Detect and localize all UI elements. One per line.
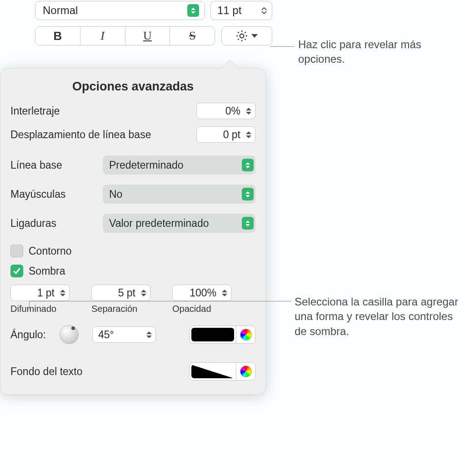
shadow-offset-label: Separación <box>91 304 137 314</box>
svg-line-8 <box>245 32 246 33</box>
stepper-icon <box>139 290 148 296</box>
updown-icon <box>242 217 254 230</box>
font-size-value: 11 pt <box>217 4 241 17</box>
ligatures-value: Valor predeterminado <box>109 217 209 230</box>
color-picker-button[interactable] <box>236 363 255 380</box>
svg-line-6 <box>245 39 246 40</box>
angle-knob[interactable] <box>60 325 79 344</box>
tracking-stepper[interactable]: 0% <box>196 103 255 119</box>
font-size-stepper[interactable]: 11 pt <box>210 1 272 20</box>
svg-point-0 <box>240 34 244 38</box>
stepper-icon <box>259 3 269 18</box>
ligatures-label: Ligaduras <box>10 217 56 230</box>
gear-icon <box>236 30 248 42</box>
color-swatch <box>191 365 234 378</box>
text-bg-color-well[interactable] <box>189 362 255 381</box>
updown-icon <box>187 4 199 17</box>
baseline-value: Predeterminado <box>109 159 184 171</box>
outline-label: Contorno <box>29 245 72 257</box>
shadow-offset-stepper[interactable]: 5 pt <box>91 285 150 301</box>
stepper-icon <box>145 331 154 338</box>
color-wheel-icon <box>240 329 252 341</box>
angle-stepper[interactable]: 45° <box>92 326 156 343</box>
strike-button[interactable]: S <box>170 27 215 45</box>
baseline-shift-value: 0 pt <box>223 129 240 141</box>
caps-label: Mayúsculas <box>10 188 65 200</box>
bold-button[interactable]: B <box>35 27 80 45</box>
baseline-select[interactable]: Predeterminado <box>103 155 255 175</box>
shadow-color-well[interactable] <box>189 326 255 344</box>
caps-value: No <box>109 188 122 200</box>
ligatures-select[interactable]: Valor predeterminado <box>103 214 255 233</box>
baseline-shift-label: Desplazamiento de línea base <box>10 129 151 141</box>
text-bg-label: Fondo del texto <box>10 366 83 378</box>
font-weight-value: Normal <box>43 4 78 17</box>
advanced-options-popover: Opciones avanzadas Interletraje 0% Despl… <box>0 68 266 395</box>
callout-shadow: Selecciona la casilla para agregar una f… <box>295 295 463 339</box>
shadow-blur-stepper[interactable]: 1 pt <box>10 285 70 301</box>
stepper-icon <box>58 290 67 296</box>
callout-gear: Haz clic para revelar más opciones. <box>298 37 462 67</box>
shadow-label: Sombra <box>29 265 65 277</box>
callout-leader <box>29 301 30 310</box>
chevron-down-icon <box>251 34 258 38</box>
caps-select[interactable]: No <box>103 185 255 204</box>
shadow-opacity-label: Opacidad <box>172 304 211 314</box>
color-swatch <box>191 328 234 341</box>
baseline-shift-stepper[interactable]: 0 pt <box>196 126 255 143</box>
baseline-label: Línea base <box>10 159 62 171</box>
svg-line-7 <box>238 39 239 40</box>
color-picker-button[interactable] <box>236 326 255 343</box>
shadow-opacity-stepper[interactable]: 100% <box>172 285 231 301</box>
updown-icon <box>242 188 254 200</box>
updown-icon <box>242 159 254 171</box>
callout-leader <box>30 301 291 301</box>
underline-button[interactable]: U <box>125 27 170 45</box>
text-style-segment: B I U S <box>35 26 215 45</box>
color-wheel-icon <box>240 366 252 377</box>
stepper-icon <box>220 290 229 296</box>
shadow-blur-label: Difuminado <box>10 304 56 314</box>
font-weight-select[interactable]: Normal <box>35 1 205 20</box>
stepper-icon <box>244 108 253 115</box>
italic-button[interactable]: I <box>80 27 125 45</box>
shadow-checkbox[interactable] <box>10 265 23 277</box>
outline-checkbox[interactable] <box>10 245 23 257</box>
tracking-value: 0% <box>225 105 240 117</box>
angle-value: 45° <box>98 329 141 341</box>
shadow-blur-value: 1 pt <box>37 287 55 299</box>
stepper-icon <box>244 131 253 138</box>
angle-label: Ángulo: <box>10 329 46 341</box>
callout-leader <box>270 46 295 47</box>
popover-title: Opciones avanzadas <box>10 80 255 94</box>
svg-line-5 <box>238 32 239 33</box>
tracking-label: Interletraje <box>10 105 60 117</box>
shadow-opacity-value: 100% <box>190 287 216 299</box>
shadow-offset-value: 5 pt <box>118 287 135 299</box>
advanced-options-button[interactable] <box>221 26 272 45</box>
